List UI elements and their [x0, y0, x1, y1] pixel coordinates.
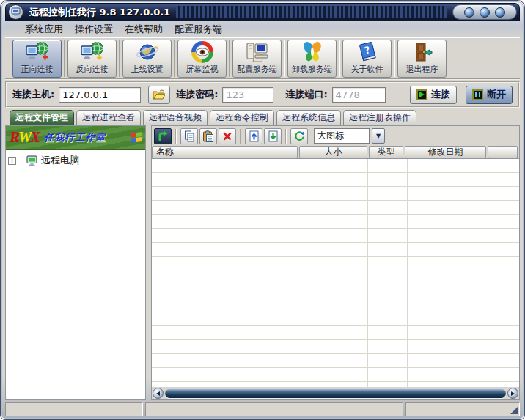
toolbar-button-label: 关于软件 [351, 64, 383, 75]
menu-config-server[interactable]: 配置服务端 [171, 21, 226, 37]
help-book-icon: ? [356, 40, 379, 64]
scroll-right-button[interactable] [507, 388, 518, 399]
copy-button[interactable] [180, 128, 198, 144]
file-toolbar-separator [240, 129, 241, 144]
toolbar-separator [174, 40, 175, 77]
paste-button[interactable] [199, 128, 217, 144]
pause-icon [472, 89, 483, 100]
main-area: RWX 任我行工作室 + 远程电脑 [5, 125, 520, 400]
toolbar-button-label: 配置服务端 [237, 64, 277, 75]
eye-circle-icon [191, 40, 213, 64]
column-header-date[interactable]: 修改日期 [405, 146, 486, 158]
file-toolbar-separator [285, 129, 287, 144]
maximize-button[interactable] [480, 7, 490, 18]
view-mode-select[interactable]: 大图标 [314, 128, 370, 144]
online-settings-button[interactable]: 上线设置 [122, 40, 172, 78]
column-header-filler [488, 146, 518, 158]
computer-globe-plus-icon [25, 40, 50, 64]
disconnect-button[interactable]: 断开 [466, 86, 513, 104]
toolbar-button-label: 卸载服务端 [292, 64, 332, 75]
download-button[interactable] [264, 128, 282, 144]
grid-column-line [407, 159, 408, 387]
toolbar-separator [339, 40, 340, 77]
about-button[interactable]: ? 关于软件 [342, 40, 392, 78]
globe-ring-icon [135, 40, 160, 64]
close-button[interactable] [495, 7, 505, 18]
tree-connector [18, 161, 25, 161]
app-window: 远程控制任我行 9.8 127.0.0.1 系统应用 操作设置 在线帮助 配置服… [0, 0, 525, 420]
delete-button[interactable] [219, 128, 236, 144]
tree-item-label: 远程电脑 [41, 154, 79, 167]
column-header-size[interactable]: 大小 [299, 146, 367, 158]
tab-remote-audio-video[interactable]: 远程语音视频 [143, 110, 208, 125]
tree-expander[interactable]: + [8, 157, 16, 165]
open-host-list-button[interactable] [148, 86, 170, 104]
refresh-icon [294, 130, 305, 141]
file-panel: 大图标 ▼ 名称 大小 类型 修改日期 [151, 125, 520, 400]
exit-door-icon [411, 40, 434, 64]
resize-grip[interactable] [510, 407, 518, 414]
status-section-2 [145, 402, 403, 416]
forward-connect-button[interactable]: 正向连接 [12, 40, 62, 78]
copy-icon [184, 130, 195, 142]
tab-remote-file-manager[interactable]: 远程文件管理 [10, 110, 74, 125]
tab-remote-registry[interactable]: 远程注册表操作 [343, 110, 416, 125]
tab-remote-process-view[interactable]: 远程进程查看 [76, 110, 141, 125]
toolbar-separator [284, 40, 285, 77]
computer-config-icon [245, 40, 270, 64]
screen-monitor-button[interactable]: 屏幕监视 [177, 40, 227, 78]
grid-column-line [298, 159, 298, 387]
upload-icon [249, 130, 260, 142]
rwx-logo: RWX [10, 130, 39, 145]
computer-icon [26, 155, 38, 166]
menu-system[interactable]: 系统应用 [21, 21, 67, 37]
studio-banner: RWX 任我行工作室 [6, 126, 145, 150]
toolbar-button-label: 屏幕监视 [186, 64, 219, 75]
connect-button-label: 连接 [431, 88, 450, 101]
delete-icon [222, 131, 232, 141]
panel-splitter[interactable] [146, 125, 151, 400]
disconnect-button-label: 断开 [487, 88, 506, 101]
password-input[interactable] [222, 87, 273, 103]
horizontal-scrollbar [152, 387, 519, 399]
toolbar-button-label: 上线设置 [131, 64, 164, 75]
column-header-name[interactable]: 名称 [152, 146, 298, 158]
download-icon [268, 130, 279, 142]
tab-remote-system-info[interactable]: 远程系统信息 [276, 110, 341, 125]
status-bar [5, 402, 520, 416]
exit-button[interactable]: 退出程序 [397, 40, 447, 78]
title-bar: 远程控制任我行 9.8 127.0.0.1 [5, 3, 520, 21]
menu-help[interactable]: 在线帮助 [121, 21, 166, 37]
scroll-left-button[interactable] [153, 388, 164, 399]
port-input[interactable] [332, 87, 386, 103]
reverse-connect-button[interactable]: 反向连接 [67, 40, 117, 78]
status-section-3 [405, 402, 520, 416]
file-list[interactable] [152, 158, 519, 387]
config-server-button[interactable]: 配置服务端 [232, 40, 282, 78]
connect-button[interactable]: 连接 [410, 86, 457, 104]
window-title: 远程控制任我行 9.8 127.0.0.1 [29, 6, 170, 19]
chevron-down-icon[interactable]: ▼ [372, 128, 385, 144]
up-level-button[interactable] [154, 128, 172, 144]
title-stripes [176, 6, 447, 18]
tree-item-remote-computer[interactable]: + 远程电脑 [8, 154, 143, 167]
minimize-button[interactable] [464, 7, 474, 18]
studio-name: 任我行工作室 [44, 131, 106, 144]
password-label: 连接密码: [176, 88, 218, 101]
windows-logo-icon [131, 132, 142, 143]
upload-button[interactable] [245, 128, 262, 144]
connection-bar: 连接主机: 连接密码: 连接端口: 连接 断开 [5, 81, 520, 108]
host-input[interactable] [59, 87, 141, 103]
uninstall-server-button[interactable]: 卸载服务端 [287, 40, 337, 78]
up-level-icon [157, 130, 169, 142]
tab-remote-command-control[interactable]: 远程命令控制 [210, 110, 274, 125]
scrollbar-thumb[interactable] [165, 388, 506, 398]
toolbar-separator [394, 40, 395, 77]
menu-operation[interactable]: 操作设置 [71, 21, 117, 37]
column-header-type[interactable]: 类型 [369, 146, 403, 158]
play-icon [416, 89, 427, 100]
refresh-button[interactable] [290, 128, 308, 144]
open-folder-icon [153, 89, 166, 100]
menu-bar: 系统应用 操作设置 在线帮助 配置服务端 [5, 21, 520, 37]
toolbar-button-label: 反向连接 [76, 64, 109, 75]
